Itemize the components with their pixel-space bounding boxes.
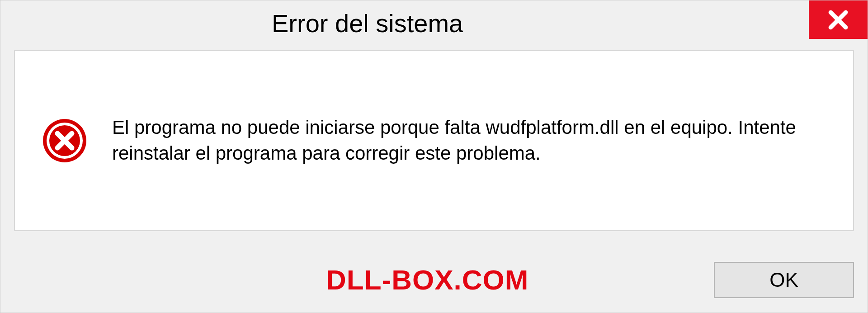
content-panel: El programa no puede iniciarse porque fa… [14,50,854,231]
error-icon [42,118,87,163]
footer: DLL-BOX.COM OK [0,247,868,313]
close-icon [827,9,849,31]
error-message: El programa no puede iniciarse porque fa… [112,115,826,166]
close-button[interactable] [809,0,868,39]
ok-button[interactable]: OK [714,262,854,298]
watermark-text: DLL-BOX.COM [326,264,528,296]
titlebar: Error del sistema [0,0,868,46]
dialog-title: Error del sistema [272,9,463,38]
